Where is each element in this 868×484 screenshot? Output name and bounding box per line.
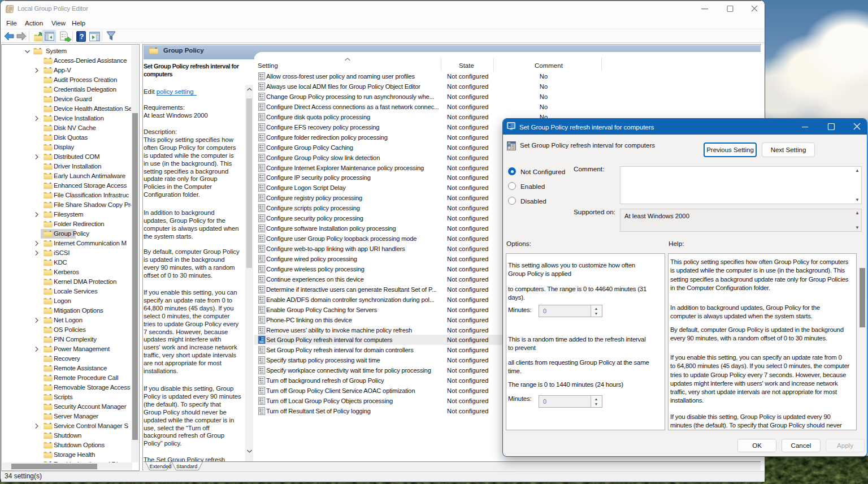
svg-text:?: ? bbox=[80, 32, 84, 41]
svg-text:Standard: Standard bbox=[176, 464, 197, 469]
svg-text:Extended: Extended bbox=[150, 464, 172, 469]
